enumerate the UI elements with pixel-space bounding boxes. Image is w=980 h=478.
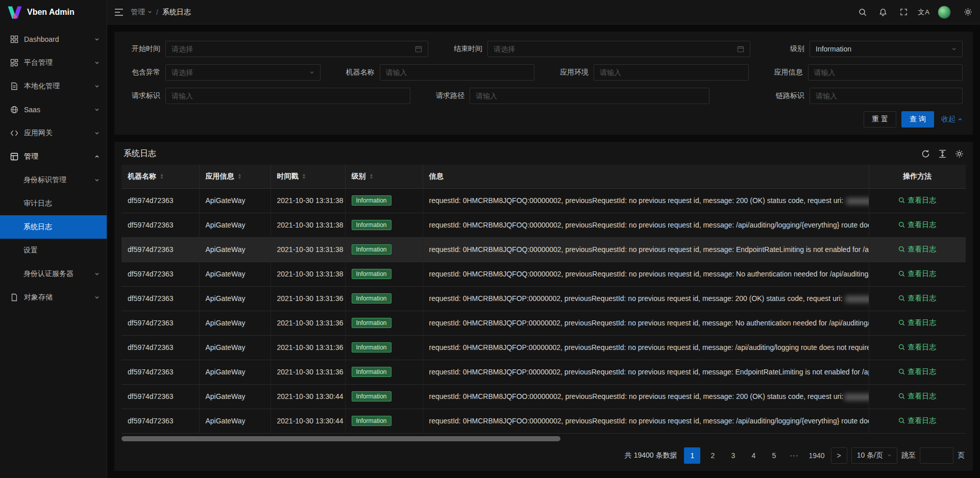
collapse-filter-link[interactable]: 收起 bbox=[941, 115, 963, 124]
sidebar-item-system-logs[interactable]: 系统日志 bbox=[0, 215, 107, 239]
page-button-4[interactable]: 4 bbox=[745, 447, 762, 464]
search-icon[interactable] bbox=[852, 0, 873, 24]
request-path-input[interactable] bbox=[476, 92, 703, 100]
next-page-button[interactable]: > bbox=[831, 447, 847, 464]
view-log-link[interactable]: 查看日志 bbox=[898, 343, 936, 352]
field-trace-id: 链路标识 bbox=[769, 88, 963, 104]
calendar-icon bbox=[737, 45, 744, 53]
column-header-time[interactable]: 时间戳 ▲▼ bbox=[271, 165, 345, 188]
table-row: df5974d72363ApiGateWay2021-10-30 13:31:3… bbox=[121, 335, 966, 360]
chevron-down-icon bbox=[94, 84, 100, 89]
page-button-last[interactable]: 1940 bbox=[806, 447, 826, 464]
view-log-link[interactable]: 查看日志 bbox=[898, 318, 936, 328]
app-info-input[interactable] bbox=[814, 68, 957, 77]
filter-actions: 重 置 查 询 收起 bbox=[125, 111, 963, 128]
header: 管理 / 系统日志 bbox=[107, 0, 980, 24]
column-header-app[interactable]: 应用信息 ▲▼ bbox=[199, 165, 271, 188]
end-time-picker[interactable] bbox=[487, 41, 750, 57]
search-button[interactable]: 查 询 bbox=[901, 111, 934, 128]
trace-id-input[interactable] bbox=[816, 92, 957, 100]
machine-name-input[interactable] bbox=[386, 68, 529, 77]
view-log-link[interactable]: 查看日志 bbox=[898, 294, 936, 303]
level-badge: Information bbox=[352, 269, 391, 279]
sidebar-item-audit-logs[interactable]: 审计日志 bbox=[0, 192, 107, 215]
column-header-level[interactable]: 级别 ▲▼ bbox=[345, 165, 423, 188]
column-header-message: 信息 bbox=[423, 165, 869, 188]
trace-id-input-wrap[interactable] bbox=[810, 88, 963, 104]
app-env-input-wrap[interactable] bbox=[594, 64, 749, 81]
breadcrumb-parent[interactable]: 管理 bbox=[131, 8, 152, 17]
table-settings-gear-icon[interactable] bbox=[955, 149, 964, 158]
view-log-link[interactable]: 查看日志 bbox=[898, 392, 936, 401]
logo[interactable]: Vben Admin bbox=[0, 0, 107, 24]
sidebar-item-localization-management[interactable]: 本地化管理 bbox=[0, 74, 107, 98]
view-log-link[interactable]: 查看日志 bbox=[898, 269, 936, 279]
notification-bell-icon[interactable] bbox=[873, 0, 893, 24]
chevron-down-icon bbox=[94, 107, 100, 112]
request-id-input-wrap[interactable] bbox=[165, 88, 410, 104]
field-has-exception: 包含异常 bbox=[125, 64, 321, 81]
app-layout: Vben Admin Dashboard bbox=[0, 0, 980, 478]
page-button-5[interactable]: 5 bbox=[766, 447, 782, 464]
localization-icon bbox=[10, 82, 19, 90]
page-ellipsis[interactable]: ••• bbox=[786, 447, 802, 464]
chevron-down-icon bbox=[309, 70, 314, 75]
level-select[interactable] bbox=[810, 41, 963, 57]
chevron-down-icon bbox=[94, 295, 100, 300]
settings-gear-icon[interactable] bbox=[958, 0, 978, 24]
app-title: Vben Admin bbox=[27, 8, 75, 17]
app-env-input[interactable] bbox=[600, 68, 743, 77]
machine-name-input-wrap[interactable] bbox=[380, 64, 535, 81]
start-time-input[interactable] bbox=[172, 45, 411, 53]
view-log-link[interactable]: 查看日志 bbox=[898, 220, 936, 230]
table-row: df5974d72363ApiGateWay2021-10-30 13:31:3… bbox=[121, 213, 966, 237]
sidebar-item-saas[interactable]: Saas bbox=[0, 98, 107, 121]
request-id-input[interactable] bbox=[172, 92, 404, 100]
has-exception-value[interactable] bbox=[172, 68, 305, 77]
column-header-machine[interactable]: 机器名称 ▲▼ bbox=[121, 165, 199, 188]
scrollbar-thumb[interactable] bbox=[121, 436, 560, 441]
field-request-id: 请求标识 bbox=[125, 88, 410, 104]
request-path-input-wrap[interactable] bbox=[470, 88, 709, 104]
level-select-value[interactable] bbox=[816, 45, 947, 53]
sidebar-item-app-gateway[interactable]: 应用网关 bbox=[0, 121, 107, 145]
table-row: df5974d72363ApiGateWay2021-10-30 13:31:3… bbox=[121, 286, 966, 311]
view-log-link[interactable]: 查看日志 bbox=[898, 416, 936, 425]
sidebar-item-settings[interactable]: 设置 bbox=[0, 239, 107, 262]
sidebar-menu: Dashboard 平台管理 bbox=[0, 24, 107, 309]
page-button-2[interactable]: 2 bbox=[704, 447, 721, 464]
magnifier-icon bbox=[898, 221, 905, 228]
jump-page-input[interactable] bbox=[920, 447, 953, 464]
magnifier-icon bbox=[898, 197, 905, 204]
sidebar-item-platform-management[interactable]: 平台管理 bbox=[0, 51, 107, 74]
table-row: df5974d72363ApiGateWay2021-10-30 13:30:4… bbox=[121, 384, 966, 409]
view-log-link[interactable]: 查看日志 bbox=[898, 367, 936, 376]
view-log-link[interactable]: 查看日志 bbox=[898, 196, 936, 205]
sidebar-item-management[interactable]: 管理 bbox=[0, 145, 107, 168]
refresh-icon[interactable] bbox=[921, 149, 930, 158]
avatar[interactable] bbox=[934, 0, 954, 24]
sidebar-fold-icon[interactable] bbox=[107, 0, 131, 24]
sidebar-item-dashboard[interactable]: Dashboard bbox=[0, 28, 107, 51]
reset-button[interactable]: 重 置 bbox=[864, 111, 896, 128]
sort-icons: ▲▼ bbox=[302, 173, 306, 180]
page-button-3[interactable]: 3 bbox=[725, 447, 741, 464]
sidebar-item-auth-server[interactable]: 身份认证服务器 bbox=[0, 262, 107, 286]
app-info-input-wrap[interactable] bbox=[808, 64, 963, 81]
level-badge: Information bbox=[352, 367, 391, 377]
level-badge: Information bbox=[352, 318, 391, 328]
fullscreen-icon[interactable] bbox=[893, 0, 914, 24]
magnifier-icon bbox=[898, 295, 905, 301]
column-height-icon[interactable] bbox=[938, 149, 947, 158]
translate-icon[interactable]: 文A bbox=[914, 0, 934, 24]
start-time-picker[interactable] bbox=[165, 41, 428, 57]
sidebar-item-identity-management[interactable]: 身份标识管理 bbox=[0, 168, 107, 192]
chevron-up-icon bbox=[958, 117, 963, 122]
view-log-link[interactable]: 查看日志 bbox=[898, 245, 936, 254]
table-row: df5974d72363ApiGateWay2021-10-30 13:31:3… bbox=[121, 237, 966, 262]
sidebar-item-object-storage[interactable]: 对象存储 bbox=[0, 286, 107, 309]
has-exception-select[interactable] bbox=[165, 64, 321, 81]
end-time-input[interactable] bbox=[494, 45, 733, 53]
page-size-select[interactable]: 10 条/页 bbox=[851, 447, 897, 464]
page-button-1[interactable]: 1 bbox=[684, 447, 700, 464]
